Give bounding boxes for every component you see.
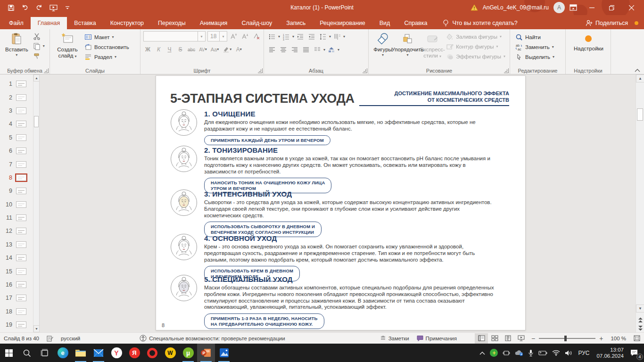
slide-thumbnail-image[interactable] bbox=[16, 134, 26, 141]
shapes-button[interactable]: Фигуры▾ bbox=[372, 31, 394, 58]
care-step-4[interactable]: 4. ОСНОВНОЙ УХОД Крем - это основа ежедн… bbox=[170, 234, 512, 281]
ribbon-tab-7[interactable]: Запись bbox=[279, 17, 313, 29]
ribbon-tab-9[interactable]: Вид bbox=[372, 17, 397, 29]
slide-thumbnail-image[interactable] bbox=[16, 161, 26, 168]
text-direction-button[interactable] bbox=[332, 32, 342, 41]
cut-button[interactable] bbox=[32, 32, 46, 41]
slide-thumbnail-image[interactable] bbox=[16, 201, 26, 208]
slide-thumbnail-image[interactable] bbox=[16, 321, 26, 328]
arrange-button[interactable]: Упорядочить▾ bbox=[394, 31, 421, 58]
clear-formatting-icon[interactable] bbox=[252, 32, 261, 41]
section-button[interactable]: Раздел▾ bbox=[83, 53, 131, 61]
clock[interactable]: 13:0707.06.2024 bbox=[593, 344, 627, 362]
care-step-3[interactable]: 3. ИНТЕНСИВНЫЙ УХОД Сыворотки - это сред… bbox=[170, 190, 512, 237]
columns-button[interactable] bbox=[312, 45, 322, 55]
highlight-color-button[interactable]: ▾ bbox=[222, 45, 232, 54]
normal-view-button[interactable] bbox=[475, 333, 488, 344]
accessibility-checker[interactable]: Специальные возможности: проверьте реком… bbox=[136, 333, 289, 344]
increase-font-icon[interactable] bbox=[229, 32, 239, 41]
file-explorer-button[interactable] bbox=[72, 344, 90, 362]
align-left-button[interactable] bbox=[267, 45, 277, 55]
share-button[interactable]: Поделиться bbox=[586, 20, 628, 26]
shape-outline-button[interactable]: Контур фигуры▾ bbox=[445, 42, 507, 51]
slide-counter[interactable]: Слайд 8 из 40 bbox=[0, 333, 43, 344]
font-size-combo[interactable]: 18▾ bbox=[207, 31, 227, 41]
zoom-slider-thumb[interactable] bbox=[564, 336, 567, 341]
language-indicator[interactable]: РУС bbox=[575, 344, 593, 362]
antivirus-tray-icon[interactable]: + bbox=[487, 344, 500, 362]
replace-button[interactable]: abacЗаменить▾ bbox=[514, 43, 556, 51]
find-button[interactable]: Найти bbox=[514, 33, 556, 41]
taskbar-search-button[interactable] bbox=[18, 344, 36, 362]
change-case-button[interactable]: Aa▾ bbox=[210, 45, 220, 54]
slide-thumbnail-image[interactable] bbox=[16, 268, 26, 275]
screen-cast-tray-icon[interactable] bbox=[500, 344, 512, 362]
zoom-in-icon[interactable]: + bbox=[599, 335, 603, 342]
align-right-button[interactable] bbox=[289, 45, 300, 55]
save-icon[interactable] bbox=[5, 1, 17, 14]
bold-button[interactable]: Ж bbox=[143, 45, 152, 54]
quick-styles-button[interactable]: Экспресс-стили ▾ bbox=[421, 31, 444, 60]
shape-effects-button[interactable]: Эффекты фигуры▾ bbox=[445, 52, 507, 61]
new-slide-button[interactable]: Создатьслайд ▾ bbox=[53, 31, 82, 60]
font-dialog-launcher[interactable] bbox=[258, 68, 263, 73]
slide-thumbnail-image[interactable] bbox=[16, 174, 26, 181]
main-scroll-down-icon[interactable]: ▼ bbox=[636, 304, 644, 313]
clipboard-dialog-launcher[interactable] bbox=[44, 68, 49, 73]
layout-button[interactable]: Макет▾ bbox=[83, 33, 131, 41]
strikethrough-button[interactable]: S bbox=[176, 45, 185, 54]
slide-thumbnail-image[interactable] bbox=[16, 255, 26, 261]
ribbon-tab-10[interactable]: Справка bbox=[397, 17, 434, 29]
thumb-scroll-up-icon[interactable]: ▲ bbox=[33, 74, 40, 82]
start-button[interactable] bbox=[0, 344, 18, 362]
yandex-app-button[interactable]: Я bbox=[125, 344, 143, 362]
slideshow-view-button[interactable] bbox=[514, 333, 528, 344]
main-scrollbar[interactable]: ▲ ▼ bbox=[636, 74, 644, 332]
fit-slide-button[interactable] bbox=[630, 333, 644, 344]
ribbon-tab-5[interactable]: Анимация bbox=[193, 17, 235, 29]
character-spacing-button[interactable]: AV▾ bbox=[198, 45, 208, 54]
paragraph-dialog-launcher[interactable] bbox=[363, 68, 367, 73]
ribbon-tab-8[interactable]: Рецензирование bbox=[313, 17, 372, 29]
redo-icon[interactable] bbox=[33, 1, 45, 14]
addins-button[interactable]: Надстройки bbox=[571, 32, 606, 53]
slide-sorter-view-button[interactable] bbox=[488, 333, 501, 344]
align-center-button[interactable] bbox=[278, 45, 289, 55]
account-email[interactable]: AnGeLo_4eK_09@mail.ru bbox=[483, 4, 549, 11]
shape-fill-button[interactable]: Заливка фигуры▾ bbox=[445, 33, 507, 41]
decrease-indent-button[interactable] bbox=[295, 32, 305, 41]
bullets-button[interactable] bbox=[267, 32, 277, 41]
slide-thumbnail-image[interactable] bbox=[16, 107, 26, 114]
increase-indent-button[interactable] bbox=[306, 32, 317, 41]
battery-tray-icon[interactable] bbox=[536, 344, 550, 362]
reading-view-button[interactable] bbox=[501, 333, 514, 344]
photos-app-button[interactable] bbox=[215, 344, 233, 362]
reset-button[interactable]: Восстановить bbox=[83, 43, 131, 51]
warning-icon[interactable] bbox=[471, 4, 478, 11]
zoom-slider-track[interactable] bbox=[539, 338, 595, 339]
avatar[interactable]: A bbox=[553, 2, 565, 13]
opera-button[interactable] bbox=[143, 344, 161, 362]
decrease-font-icon[interactable] bbox=[240, 32, 250, 41]
language-selector[interactable]: русский bbox=[57, 333, 84, 344]
utorrent-button[interactable]: µ bbox=[179, 344, 197, 362]
ribbon-tab-6[interactable]: Слайд-шоу bbox=[234, 17, 279, 29]
webmoney-button[interactable]: W bbox=[161, 344, 179, 362]
slide-thumbnail-image[interactable] bbox=[16, 188, 26, 194]
slide-thumbnail-image[interactable] bbox=[16, 281, 26, 288]
slide-thumbnail-image[interactable] bbox=[16, 228, 26, 234]
powerpoint-app-button[interactable]: P bbox=[197, 344, 215, 362]
onedrive-tray-icon[interactable] bbox=[512, 344, 526, 362]
copy-button[interactable]: ▾ bbox=[32, 42, 46, 50]
undo-icon[interactable] bbox=[19, 1, 31, 14]
thumb-scroll-down-icon[interactable]: ▼ bbox=[33, 325, 40, 332]
notes-button[interactable]: Заметки bbox=[376, 333, 413, 344]
justify-button[interactable] bbox=[301, 45, 311, 55]
italic-button[interactable]: К bbox=[154, 45, 163, 54]
convert-smartart-button[interactable] bbox=[326, 45, 337, 55]
slide-thumbnail-image[interactable] bbox=[16, 148, 26, 154]
drawing-dialog-launcher[interactable] bbox=[504, 68, 509, 73]
volume-tray-icon[interactable] bbox=[562, 344, 575, 362]
task-view-button[interactable] bbox=[36, 344, 54, 362]
yandex-browser-button[interactable]: Y bbox=[107, 344, 125, 362]
